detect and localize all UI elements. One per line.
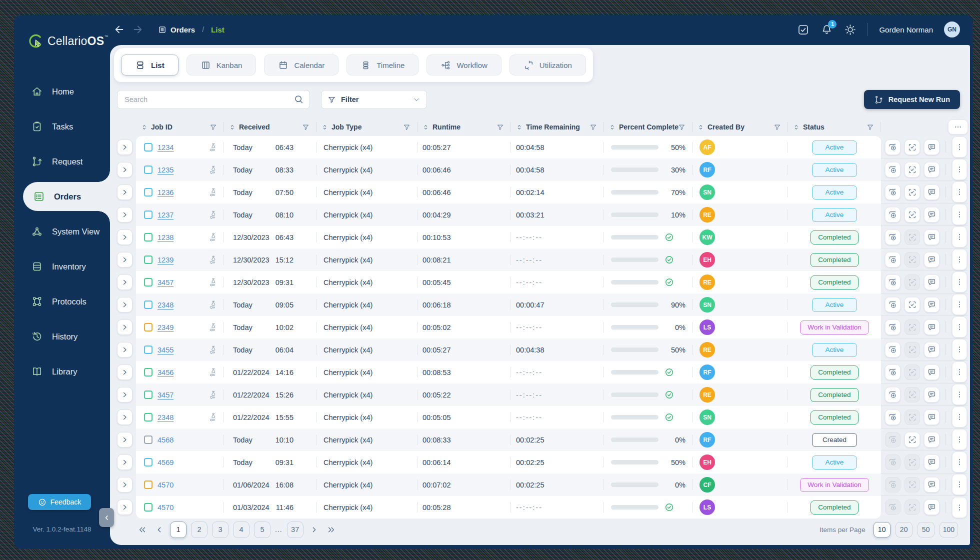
validate-icon[interactable] xyxy=(904,387,920,402)
gear-icon[interactable] xyxy=(844,24,856,36)
validate-icon[interactable] xyxy=(904,184,920,200)
row-checkbox[interactable] xyxy=(144,436,152,444)
column-header-percent-complete[interactable]: Percent Complete xyxy=(604,119,692,135)
header-more-icon[interactable] xyxy=(948,120,968,134)
row-checkbox[interactable] xyxy=(144,480,152,489)
schedule-add-icon[interactable] xyxy=(885,387,900,402)
comment-icon[interactable] xyxy=(924,410,940,425)
expand-row-button[interactable] xyxy=(117,320,132,335)
validate-icon[interactable] xyxy=(904,477,920,492)
kebab-icon[interactable] xyxy=(952,362,967,382)
validate-icon[interactable] xyxy=(904,320,920,335)
kebab-icon[interactable] xyxy=(952,226,967,248)
row-checkbox[interactable] xyxy=(144,368,152,376)
task-check-icon[interactable] xyxy=(797,24,810,36)
validate-icon[interactable] xyxy=(904,432,920,448)
user-avatar[interactable]: GN xyxy=(944,22,960,38)
expand-row-button[interactable] xyxy=(117,140,132,155)
schedule-add-icon[interactable] xyxy=(885,342,900,358)
page-size-button-50[interactable]: 50 xyxy=(918,522,934,538)
comment-icon[interactable] xyxy=(924,320,940,335)
expand-row-button[interactable] xyxy=(117,274,132,290)
comment-icon[interactable] xyxy=(924,252,940,268)
schedule-add-icon[interactable] xyxy=(885,297,900,312)
validate-icon[interactable] xyxy=(904,140,920,155)
job-id-link[interactable]: 3457 xyxy=(158,391,174,399)
column-header-received[interactable]: Received xyxy=(224,119,316,135)
comment-icon[interactable] xyxy=(924,297,940,312)
sort-icon[interactable] xyxy=(422,124,429,130)
kebab-icon[interactable] xyxy=(952,294,967,315)
sort-icon[interactable] xyxy=(229,124,236,130)
job-id-link[interactable]: 2348 xyxy=(158,414,174,422)
job-id-link[interactable]: 4570 xyxy=(158,481,174,489)
validate-icon[interactable] xyxy=(904,454,920,470)
column-header-job-id[interactable]: Job ID xyxy=(136,119,224,135)
kebab-icon[interactable] xyxy=(952,384,967,405)
comment-icon[interactable] xyxy=(924,274,940,290)
validate-icon[interactable] xyxy=(904,500,920,515)
kebab-icon[interactable] xyxy=(952,316,967,338)
tab-workflow[interactable]: Workflow xyxy=(426,54,501,76)
funnel-icon[interactable] xyxy=(403,124,410,131)
row-checkbox[interactable] xyxy=(144,413,152,422)
comment-icon[interactable] xyxy=(924,230,940,245)
expand-row-button[interactable] xyxy=(117,252,132,268)
feedback-button[interactable]: Feedback xyxy=(28,494,91,510)
job-id-link[interactable]: 3455 xyxy=(158,346,174,354)
comment-icon[interactable] xyxy=(924,500,940,515)
job-id-link[interactable]: 4569 xyxy=(158,458,174,466)
job-id-link[interactable]: 3456 xyxy=(158,368,174,376)
validate-icon[interactable] xyxy=(904,207,920,222)
page-button-5[interactable]: 5 xyxy=(254,522,270,538)
page-button-1[interactable]: 1 xyxy=(170,522,186,538)
row-checkbox[interactable] xyxy=(144,166,152,174)
job-id-link[interactable]: 1238 xyxy=(158,234,174,242)
schedule-add-icon[interactable] xyxy=(885,432,900,448)
job-id-link[interactable]: 1234 xyxy=(158,144,174,152)
page-size-button-10[interactable]: 10 xyxy=(874,522,890,538)
sidebar-item-protocols[interactable]: Protocols xyxy=(14,284,110,319)
back-icon[interactable] xyxy=(114,24,125,35)
job-id-link[interactable]: 4568 xyxy=(158,436,174,444)
filter-dropdown[interactable]: Filter xyxy=(321,90,427,109)
expand-row-button[interactable] xyxy=(117,432,132,448)
next-page-button[interactable] xyxy=(308,524,320,536)
page-size-button-20[interactable]: 20 xyxy=(896,522,912,538)
validate-icon[interactable] xyxy=(904,342,920,358)
sidebar-item-home[interactable]: Home xyxy=(14,74,110,109)
sort-icon[interactable] xyxy=(698,124,704,130)
row-checkbox[interactable] xyxy=(144,143,152,152)
expand-row-button[interactable] xyxy=(117,162,132,178)
sort-icon[interactable] xyxy=(609,124,616,130)
breadcrumb-section[interactable]: Orders xyxy=(158,26,195,34)
expand-row-button[interactable] xyxy=(117,477,132,492)
page-button-3[interactable]: 3 xyxy=(212,522,228,538)
tab-kanban[interactable]: Kanban xyxy=(186,54,256,76)
schedule-add-icon[interactable] xyxy=(885,207,900,222)
row-checkbox[interactable] xyxy=(144,390,152,399)
tab-list[interactable]: List xyxy=(121,54,178,76)
job-id-link[interactable]: 3457 xyxy=(158,278,174,286)
sidebar-item-inventory[interactable]: Inventory xyxy=(14,249,110,284)
row-checkbox[interactable] xyxy=(144,256,152,264)
expand-row-button[interactable] xyxy=(117,184,132,200)
forward-icon[interactable] xyxy=(132,24,143,35)
funnel-icon[interactable] xyxy=(302,124,310,131)
sidebar-collapse-handle[interactable] xyxy=(99,508,114,527)
validate-icon[interactable] xyxy=(904,252,920,268)
tab-utilization[interactable]: Utilization xyxy=(510,54,586,76)
row-checkbox[interactable] xyxy=(144,323,152,332)
sort-icon[interactable] xyxy=(793,124,800,130)
first-page-button[interactable] xyxy=(136,524,148,536)
schedule-add-icon[interactable] xyxy=(885,454,900,470)
page-size-button-100[interactable]: 100 xyxy=(940,522,958,538)
sidebar-item-system-view[interactable]: System View xyxy=(14,214,110,249)
page-button-last[interactable]: 37 xyxy=(287,522,304,538)
sidebar-item-library[interactable]: Library xyxy=(14,354,110,389)
row-checkbox[interactable] xyxy=(144,278,152,286)
row-checkbox[interactable] xyxy=(144,210,152,219)
validate-icon[interactable] xyxy=(904,230,920,245)
row-checkbox[interactable] xyxy=(144,300,152,309)
tab-calendar[interactable]: Calendar xyxy=(264,54,338,76)
